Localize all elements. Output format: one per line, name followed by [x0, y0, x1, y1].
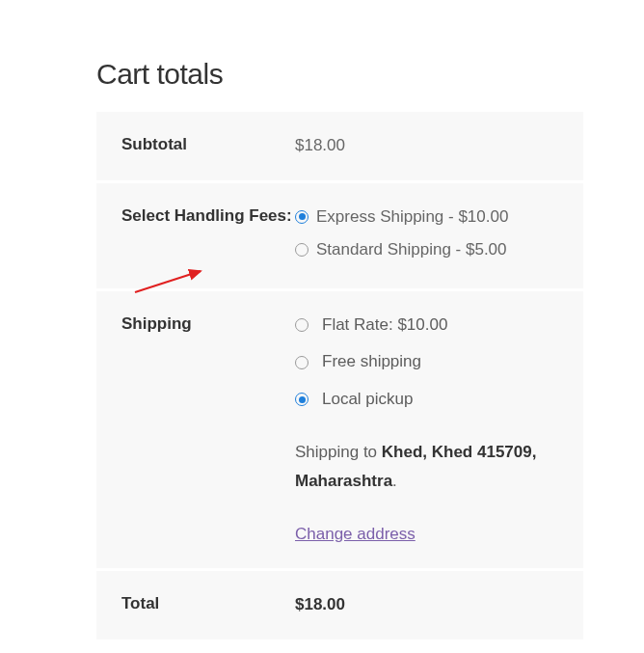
total-label: Total [121, 590, 295, 620]
cart-totals-table: Subtotal $18.00 Select Handling Fees: Ex… [96, 112, 583, 639]
handling-option-express[interactable]: Express Shipping - $10.00 [295, 203, 558, 232]
handling-option-standard[interactable]: Standard Shipping - $5.00 [295, 235, 558, 265]
total-value: $18.00 [295, 590, 558, 620]
handling-label: Select Handling Fees: [121, 203, 295, 269]
shipping-destination: Shipping to Khed, Khed 415709, Maharasht… [295, 438, 558, 497]
radio-icon [295, 243, 309, 257]
cart-totals-heading: Cart totals [96, 58, 605, 91]
shipping-dest-prefix: Shipping to [295, 443, 382, 461]
shipping-dest-suffix: . [392, 472, 397, 490]
shipping-label: Shipping [121, 311, 295, 550]
shipping-option-label: Flat Rate: $10.00 [322, 311, 447, 340]
shipping-option-label: Free shipping [322, 347, 421, 377]
handling-row: Select Handling Fees: Express Shipping -… [96, 183, 583, 291]
handling-option-label: Express Shipping - $10.00 [316, 203, 508, 232]
radio-icon [295, 356, 309, 369]
subtotal-row: Subtotal $18.00 [96, 112, 583, 183]
shipping-option-free[interactable]: Free shipping [295, 347, 558, 377]
handling-option-label: Standard Shipping - $5.00 [316, 235, 507, 265]
radio-icon [295, 318, 309, 332]
radio-icon [295, 210, 309, 224]
shipping-option-label: Local pickup [322, 385, 414, 415]
radio-icon [295, 393, 309, 406]
subtotal-value: $18.00 [295, 131, 558, 161]
subtotal-label: Subtotal [121, 131, 295, 161]
total-row: Total $18.00 [96, 571, 583, 639]
shipping-row: Shipping Flat Rate: $10.00 Free shipping… [96, 291, 583, 572]
shipping-option-local[interactable]: Local pickup [295, 385, 558, 415]
change-address-link[interactable]: Change address [295, 520, 416, 550]
shipping-option-flat[interactable]: Flat Rate: $10.00 [295, 311, 558, 340]
